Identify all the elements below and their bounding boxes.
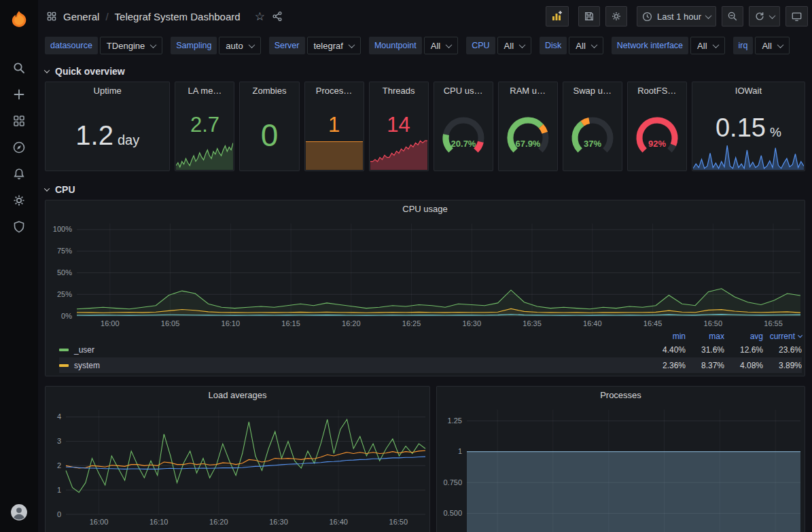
svg-text:92%: 92% [648,139,666,149]
chevron-down-icon [769,12,776,19]
variable-value-dropdown[interactable]: All [690,37,724,54]
panel-title[interactable]: CPU us… [434,82,493,100]
variable-value-dropdown[interactable]: telegraf [307,37,361,54]
svg-text:0%: 0% [61,312,72,320]
variable-value-dropdown[interactable]: TDengine [100,37,162,54]
refresh-icon [754,11,765,22]
chevron-down-icon [150,41,157,48]
chevron-down-icon [705,12,712,19]
section-quick-overview[interactable]: Quick overview [45,61,805,82]
panel-title[interactable]: Load averages [46,387,429,404]
filter-bar: datasourceTDengineSamplingautoServertele… [38,33,812,58]
stat-panel-threads: Threads14 [369,82,429,171]
panel-title[interactable]: CPU usage [46,200,805,218]
svg-text:25%: 25% [57,290,72,298]
variable-value-dropdown[interactable]: All [424,37,458,54]
panel-title[interactable]: LA me… [175,82,234,100]
sidebar-item-search[interactable] [3,54,35,81]
save-dashboard-button[interactable] [578,6,600,26]
breadcrumb-folder[interactable]: General [63,11,99,22]
legend-series-name[interactable]: _iowait [74,376,99,377]
legend-value: 31.6% [686,345,724,355]
legend-row: _user4.40%31.6%12.6%23.6% [59,342,802,357]
add-panel-button[interactable] [546,6,569,26]
sidebar-item-configuration[interactable] [3,187,35,213]
svg-text:16:40: 16:40 [329,518,348,526]
breadcrumb: General / Telegraf System Dashboard ☆ [46,11,283,22]
svg-text:16:20: 16:20 [342,319,361,327]
svg-text:16:50: 16:50 [389,518,408,526]
refresh-button[interactable] [749,6,780,26]
legend-sort-current[interactable]: current [763,332,802,341]
legend-sort-avg[interactable]: avg [724,332,763,341]
stat-panel-processes_stat: Proces…1 [304,82,364,171]
sort-chevron-icon [798,333,802,338]
chevron-down-icon [44,185,50,191]
zoom-out-button[interactable] [722,6,743,26]
search-icon [12,61,26,75]
variable-value: TDengine [107,41,145,51]
panel-title[interactable]: Proces… [305,82,364,100]
star-icon[interactable]: ☆ [255,11,265,22]
legend-value: 4.08% [724,361,763,370]
dashboard-settings-button[interactable] [605,6,627,26]
save-icon [584,11,595,22]
svg-text:4: 4 [57,412,61,421]
svg-text:1: 1 [57,486,61,494]
panel-title[interactable]: Processes [437,387,805,404]
stat-value: 2.7 [190,114,219,135]
clock-icon [642,12,652,22]
sidebar-item-dashboards[interactable] [3,107,35,134]
svg-text:3: 3 [57,437,61,445]
stat-body: 1 [305,100,364,171]
bell-icon [12,167,26,181]
share-icon[interactable] [272,11,283,22]
svg-text:50%: 50% [57,268,72,277]
stat-body: 0.15% [692,100,805,171]
nav-actions: Last 1 hour [546,6,808,26]
legend-header: minmaxavgcurrent [59,330,802,342]
panel-title[interactable]: Zombies [240,82,298,100]
stat-body: 0 [240,100,298,171]
stat-panel-cpu_used: CPU us…20.7% [434,82,493,171]
legend-sort-max[interactable]: max [686,332,724,341]
sidebar-item-server-admin[interactable] [3,213,35,240]
cpu-usage-chart[interactable]: 0%25%50%75%100%16:0016:0516:1016:1516:20… [46,218,805,330]
gauge-swap_used: 37% [563,107,622,163]
svg-text:16:20: 16:20 [209,518,228,526]
legend-series-name[interactable]: _user [74,345,94,355]
variable-value-dropdown[interactable]: All [569,37,603,54]
gear-icon [611,11,622,22]
chevron-down-icon [519,41,526,48]
panel-title[interactable]: IOWait [692,82,805,100]
variable-value-dropdown[interactable]: auto [219,37,260,54]
time-range-picker[interactable]: Last 1 hour [637,6,716,26]
panel-title[interactable]: Uptime [46,82,169,100]
svg-text:1: 1 [458,447,462,455]
panel-title[interactable]: Swap u… [563,82,622,100]
chevron-down-icon [348,41,355,48]
sidebar-item-create[interactable] [3,81,35,107]
user-avatar[interactable] [3,499,35,525]
panel-title[interactable]: RAM u… [499,82,557,100]
load-averages-chart[interactable]: 0123416:0016:1016:2016:3016:4016:50 [46,404,429,528]
panel-title[interactable]: RootFS… [628,82,686,100]
panel-title[interactable]: Threads [370,82,428,100]
sidebar-item-explore[interactable] [3,134,35,160]
processes-chart[interactable]: 0.2500.5000.75011.25 [437,404,805,532]
monitor-icon [791,11,802,22]
cycle-view-button[interactable] [785,6,808,26]
grafana-logo[interactable] [3,6,35,33]
legend-series-name[interactable]: system [74,361,100,370]
variable-label: Mountpoint [369,37,422,54]
variable-value-dropdown[interactable]: All [497,37,531,54]
legend-sort-min[interactable]: min [647,332,686,341]
variable-value-dropdown[interactable]: All [755,37,789,54]
svg-text:1.25: 1.25 [448,416,462,425]
stat-panel-swap_used: Swap u…37% [563,82,622,171]
gauge-rootfs: 92% [627,107,687,163]
shield-icon [12,220,26,234]
svg-text:0.750: 0.750 [443,478,462,486]
sidebar-item-alerting[interactable] [3,160,35,187]
section-cpu[interactable]: CPU [45,179,805,200]
